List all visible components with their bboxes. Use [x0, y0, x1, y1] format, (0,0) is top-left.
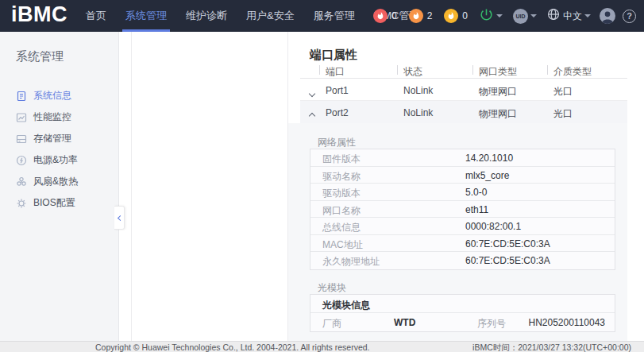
nav-item-system-management[interactable]: 系统管理 — [116, 0, 176, 32]
serial-label: 序列号 — [477, 317, 506, 331]
navbar-right-tools: 0 2 0 UID 中文 — [371, 0, 636, 32]
network-section-title: 网络属性 — [318, 136, 356, 149]
uid-icon: UID — [513, 9, 528, 24]
ports-table: 端口 状态 网口类型 介质类型 Port1 NoLink 物理网口 光口 Por… — [300, 65, 627, 123]
serial-value: HN205200110043 — [528, 317, 605, 328]
table-row: 厂商 WTD 序列号 HN205200110043 — [310, 313, 615, 331]
top-navbar: iBMC 首页 系统管理 维护诊断 用户&安全 服务管理 iBMC管理 0 2 … — [0, 0, 644, 32]
column-header-media-type: 介质类型 — [553, 65, 592, 79]
flame-icon — [444, 9, 458, 23]
minor-alarm-count: 0 — [462, 10, 468, 21]
flame-icon — [373, 9, 388, 23]
optical-table-header: 光模块信息 — [310, 295, 615, 313]
footer: Copyright © Huawei Technologies Co., Ltd… — [0, 341, 644, 352]
ports-table-header: 端口 状态 网口类型 介质类型 — [300, 65, 627, 79]
chevron-down-icon — [530, 14, 537, 17]
sidebar: 系统管理 系统信息 性能监控 存储管理 电源&功率 风扇&散热 BIOS配置 — [0, 32, 119, 341]
storage-icon — [16, 133, 27, 145]
chevron-down-icon — [496, 14, 503, 17]
ibmc-time: iBMC时间：2021/03/27 13:32(UTC+00:00) — [472, 342, 631, 352]
table-row: 永久物理地址 60:7E:CD:5E:C0:3A — [310, 252, 615, 269]
uid-indicator-dropdown[interactable]: UID — [511, 9, 538, 24]
sidebar-item-power[interactable]: 电源&功率 — [0, 149, 118, 171]
chevron-down-icon — [584, 14, 591, 17]
chevron-left-icon — [117, 215, 122, 220]
minor-alarm-badge[interactable]: 0 — [442, 9, 470, 23]
header-separator — [397, 65, 398, 75]
column-header-status: 状态 — [403, 65, 422, 79]
critical-alarm-badge[interactable]: 0 — [371, 9, 399, 23]
table-row: MAC地址 60:7E:CD:5E:C0:3A — [310, 235, 615, 253]
document-icon — [16, 91, 27, 102]
sidebar-title: 系统管理 — [16, 49, 118, 64]
gear-icon — [16, 198, 27, 209]
table-row-port1[interactable]: Port1 NoLink 物理网口 光口 — [300, 79, 627, 101]
table-row-port2[interactable]: Port2 NoLink 物理网口 光口 — [300, 101, 627, 123]
sidebar-item-bios-config[interactable]: BIOS配置 — [0, 192, 118, 214]
fan-icon — [16, 176, 27, 188]
flame-icon — [409, 9, 423, 23]
major-alarm-count: 2 — [427, 10, 433, 21]
table-row: 驱动名称 mlx5_core — [310, 167, 615, 184]
nav-item-maintenance-diagnosis[interactable]: 维护诊断 — [176, 0, 237, 32]
nav-item-home[interactable]: 首页 — [76, 0, 116, 32]
vendor-label: 厂商 — [322, 317, 341, 331]
nav-item-user-security[interactable]: 用户&安全 — [237, 0, 304, 32]
header-separator — [319, 65, 320, 75]
chart-icon — [16, 112, 27, 123]
network-properties-table: 固件版本 14.20.1010 驱动名称 mlx5_core 驱动版本 5.0-… — [310, 149, 615, 270]
column-header-port: 端口 — [326, 65, 345, 79]
ibmc-logo: iBMC — [11, 2, 67, 27]
user-avatar[interactable] — [600, 8, 615, 24]
header-separator — [472, 65, 473, 75]
nav-item-service-management[interactable]: 服务管理 — [304, 0, 364, 32]
power-control-dropdown[interactable] — [477, 7, 504, 25]
major-alarm-badge[interactable]: 2 — [407, 9, 435, 23]
power-icon — [479, 7, 494, 25]
language-selector[interactable]: 中文 — [546, 8, 592, 24]
table-row: 网口名称 eth11 — [310, 201, 615, 219]
table-row: 驱动版本 5.0-0 — [310, 184, 615, 201]
critical-alarm-count: 0 — [391, 10, 397, 21]
page-title: 端口属性 — [310, 48, 357, 63]
sidebar-item-system-info[interactable]: 系统信息 — [0, 85, 118, 106]
sidebar-item-performance-monitor[interactable]: 性能监控 — [0, 106, 118, 128]
sidebar-collapse-toggle[interactable] — [114, 206, 125, 230]
power-bolt-icon — [16, 155, 27, 166]
globe-icon — [547, 8, 560, 24]
table-row: 固件版本 14.20.1010 — [310, 149, 615, 167]
sidebar-item-fan-cooling[interactable]: 风扇&散热 — [0, 171, 118, 192]
language-label: 中文 — [563, 10, 582, 23]
vendor-value: WTD — [394, 317, 415, 328]
sidebar-item-storage-management[interactable]: 存储管理 — [0, 128, 118, 149]
sidebar-menu: 系统信息 性能监控 存储管理 电源&功率 风扇&散热 BIOS配置 — [0, 85, 118, 214]
panel-divider — [131, 32, 132, 341]
optical-section-title: 光模块 — [318, 281, 346, 295]
column-header-port-type: 网口类型 — [479, 65, 517, 79]
optical-module-table: 光模块信息 厂商 WTD 序列号 HN205200110043 — [310, 294, 615, 332]
header-separator — [547, 65, 548, 75]
copyright-text: Copyright © Huawei Technologies Co., Ltd… — [95, 342, 370, 352]
help-icon[interactable]: ? — [623, 10, 636, 23]
table-row: 总线信息 0000:82:00.1 — [310, 218, 615, 235]
